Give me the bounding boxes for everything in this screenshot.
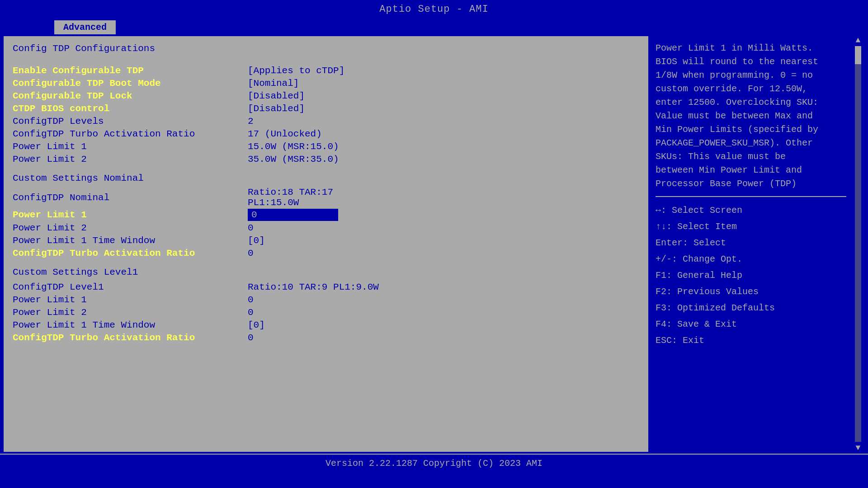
table-row: Power Limit 1 0 — [13, 294, 638, 305]
scroll-thumb[interactable] — [855, 46, 861, 64]
config-label: Power Limit 1 — [13, 210, 248, 220]
config-value: 0 — [248, 223, 254, 233]
scroll-track[interactable] — [855, 46, 861, 442]
nominal-value1: Ratio:18 TAR:17 — [248, 187, 333, 197]
key-f2: F2: Previous Values — [656, 284, 846, 300]
scrollbar[interactable]: ▲ ▼ — [854, 36, 863, 452]
table-row: Power Limit 2 0 — [13, 306, 638, 318]
config-label: Power Limit 1 — [13, 141, 248, 152]
table-row: Power Limit 1 Time Window [0] — [13, 319, 638, 331]
config-label: Configurable TDP Lock — [13, 91, 248, 101]
config-label: ConfigTDP Nominal — [13, 192, 248, 203]
config-label: Power Limit 1 — [13, 295, 248, 305]
config-value: [Nominal] — [248, 78, 299, 89]
left-panel: Config TDP Configurations Enable Configu… — [4, 36, 647, 452]
section3-title: Custom Settings Level1 — [13, 267, 638, 277]
config-label: Configurable TDP Boot Mode — [13, 78, 248, 89]
table-row: Power Limit 2 35.0W (MSR:35.0) — [13, 153, 638, 165]
key-enter: Enter: Select — [656, 235, 846, 251]
scroll-down-arrow[interactable]: ▼ — [856, 444, 861, 452]
config-value: 0 — [248, 248, 254, 258]
section2-title: Custom Settings Nominal — [13, 173, 638, 183]
table-row: Configurable TDP Lock [Disabled] — [13, 90, 638, 102]
key-f4: F4: Save & Exit — [656, 316, 846, 333]
config-label: CTDP BIOS control — [13, 103, 248, 114]
table-row: Power Limit 1 15.0W (MSR:15.0) — [13, 141, 638, 152]
tab-advanced[interactable]: Advanced — [54, 20, 116, 34]
config-label: Power Limit 2 — [13, 307, 248, 318]
main-content: Config TDP Configurations Enable Configu… — [4, 36, 864, 452]
config-label: ConfigTDP Levels — [13, 116, 248, 127]
key-select-item: ↑↓: Select Item — [656, 219, 846, 235]
table-row: ConfigTDP Levels 2 — [13, 115, 638, 127]
level1-value: Ratio:10 TAR:9 PL1:9.0W — [248, 282, 379, 292]
scroll-up-arrow[interactable]: ▲ — [856, 36, 861, 44]
table-row: ConfigTDP Turbo Activation Ratio 0 — [13, 332, 638, 343]
help-text: Power Limit 1 in Milli Watts. BIOS will … — [656, 42, 846, 191]
tab-bar: Advanced — [0, 19, 868, 34]
config-label: Power Limit 1 Time Window — [13, 235, 248, 246]
table-row: ConfigTDP Level1 Ratio:10 TAR:9 PL1:9.0W — [13, 281, 638, 293]
version-text: Version 2.22.1287 Copyright (C) 2023 AMI — [326, 458, 542, 469]
table-row: Enable Configurable TDP [Applies to cTDP… — [13, 65, 638, 76]
config-value: [0] — [248, 320, 265, 330]
config-value: [Applies to cTDP] — [248, 66, 344, 76]
table-row: ConfigTDP Turbo Activation Ratio 0 — [13, 247, 638, 259]
config-value: 2 — [248, 116, 254, 127]
config-value: [Disabled] — [248, 103, 305, 114]
key-change-opt: +/-: Change Opt. — [656, 251, 846, 267]
config-label: Power Limit 2 — [13, 154, 248, 164]
config-value: [0] — [248, 235, 265, 246]
config-label: ConfigTDP Turbo Activation Ratio — [13, 129, 248, 139]
config-value: 0 — [248, 307, 254, 318]
footer: Version 2.22.1287 Copyright (C) 2023 AMI — [0, 454, 868, 472]
config-label: Enable Configurable TDP — [13, 66, 248, 76]
table-row: Configurable TDP Boot Mode [Nominal] — [13, 77, 638, 89]
config-value: 35.0W (MSR:35.0) — [248, 154, 339, 164]
right-panel: ▲ ▼ Power Limit 1 in Milli Watts. BIOS w… — [647, 36, 864, 452]
table-row: CTDP BIOS control [Disabled] — [13, 103, 638, 114]
config-value: 17 (Unlocked) — [248, 129, 322, 139]
app-title: Aptio Setup - AMI — [379, 4, 488, 15]
config-label: ConfigTDP Turbo Activation Ratio — [13, 333, 248, 343]
config-value: [Disabled] — [248, 91, 305, 101]
key-legend: ↔: Select Screen ↑↓: Select Item Enter: … — [656, 202, 846, 349]
config-label: ConfigTDP Turbo Activation Ratio — [13, 248, 248, 258]
config-label: Power Limit 2 — [13, 223, 248, 233]
divider — [656, 196, 846, 197]
key-f1: F1: General Help — [656, 267, 846, 284]
table-row: ConfigTDP Nominal Ratio:18 TAR:17 PL1:15… — [13, 187, 638, 208]
table-row: ConfigTDP Turbo Activation Ratio 17 (Unl… — [13, 128, 638, 140]
table-row[interactable]: Power Limit 1 0 — [13, 209, 638, 221]
config-label: ConfigTDP Level1 — [13, 282, 248, 292]
section-title: Config TDP Configurations — [13, 43, 638, 54]
key-select-screen: ↔: Select Screen — [656, 202, 846, 219]
config-value: 15.0W (MSR:15.0) — [248, 141, 339, 152]
table-row: Power Limit 1 Time Window [0] — [13, 235, 638, 246]
config-value-selected: 0 — [248, 209, 338, 221]
key-esc: ESC: Exit — [656, 333, 846, 349]
title-bar: Aptio Setup - AMI — [0, 0, 868, 19]
nominal-value2: PL1:15.0W — [248, 197, 333, 208]
config-value: 0 — [248, 295, 254, 305]
key-f3: F3: Optimized Defaults — [656, 300, 846, 316]
table-row: Power Limit 2 0 — [13, 222, 638, 234]
config-label: Power Limit 1 Time Window — [13, 320, 248, 330]
config-value: 0 — [248, 333, 254, 343]
